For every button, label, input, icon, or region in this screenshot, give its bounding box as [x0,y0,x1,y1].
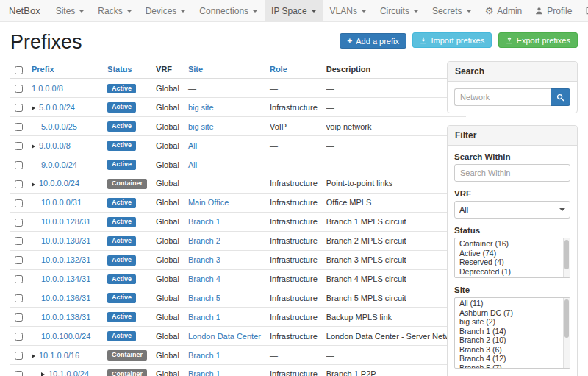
import-prefixes-button[interactable]: Import prefixes [412,32,492,48]
logout-link[interactable]: Log out [578,0,588,21]
expand-caret-icon[interactable] [41,372,45,376]
site-option[interactable]: Branch 3 (6) [455,345,570,355]
row-checkbox[interactable] [15,275,23,283]
expand-caret-icon[interactable] [32,144,35,149]
nav-circuits[interactable]: Circuits [373,0,426,21]
status-listbox[interactable]: Container (16)Active (74)Reserved (4)Dep… [454,238,570,278]
prefix-link[interactable]: 10.0.0.130/31 [41,236,90,245]
vrf-cell: Global [151,308,184,327]
prefix-link[interactable]: 10.0.0.132/31 [41,255,90,264]
nav-connections[interactable]: Connections [193,0,265,21]
scrollbar[interactable] [563,298,570,368]
sort-link-site[interactable]: Site [188,65,203,74]
nav-ip-space[interactable]: IP Space [265,0,323,21]
vrf-select[interactable]: All [454,201,570,219]
row-checkbox[interactable] [15,104,23,112]
site-link[interactable]: Branch 4 [188,274,220,283]
scrollbar-thumb[interactable] [564,299,569,338]
site-option[interactable]: Branch 4 (12) [455,354,570,363]
site-link[interactable]: Main Office [188,198,229,207]
prefix-link[interactable]: 10.0.0.138/31 [41,313,90,322]
row-checkbox[interactable] [15,199,23,207]
site-link[interactable]: Branch 3 [188,255,220,264]
sort-link-status[interactable]: Status [107,65,132,74]
site-option[interactable]: big site (2) [455,317,570,327]
search-button[interactable] [551,88,570,106]
search-input[interactable] [454,88,551,106]
status-option[interactable]: Container (16) [455,239,570,249]
row-checkbox[interactable] [15,85,23,93]
nav-devices[interactable]: Devices [139,0,193,21]
expand-caret-icon[interactable] [32,182,35,187]
prefix-link[interactable]: 10.0.0.136/31 [41,294,90,302]
prefix-link[interactable]: 10.1.0.0/24 [49,369,89,376]
site-option[interactable]: Ashburn DC (7) [455,308,570,318]
nav-secrets[interactable]: Secrets [426,0,478,21]
export-prefixes-button[interactable]: Export prefixes [498,32,578,48]
prefix-link[interactable]: 1.0.0.0/8 [32,84,63,93]
site-listbox[interactable]: All (11)Ashburn DC (7)big site (2)Branch… [454,297,570,369]
row-checkbox[interactable] [15,180,23,188]
status-cell: Active [103,212,151,231]
row-checkbox[interactable] [15,313,23,322]
sort-link-prefix[interactable]: Prefix [32,65,54,74]
site-link[interactable]: Branch 2 [188,236,220,245]
sort-link-role[interactable]: Role [270,65,287,74]
row-checkbox[interactable] [15,352,23,360]
prefix-link[interactable]: 5.0.0.0/24 [39,103,75,112]
app-logo[interactable]: NetBox [6,0,49,21]
row-checkbox[interactable] [15,161,23,169]
expand-caret-icon[interactable] [32,106,35,110]
site-link[interactable]: Branch 1 [188,217,220,226]
vrf-cell: Global [151,231,184,250]
site-option[interactable]: Branch 2 (10) [455,336,570,345]
description-cell: Branch 3 MPLS circuit [322,250,467,269]
site-link[interactable]: London Data Center [188,332,261,341]
site-option[interactable]: Branch 5 (7) [455,363,570,369]
admin-link[interactable]: ⚙ Admin [478,0,529,21]
profile-link[interactable]: Profile [528,0,578,21]
site-link[interactable]: big site [188,122,214,131]
search-within-input[interactable] [454,164,570,182]
status-option[interactable]: Reserved (4) [455,258,570,267]
row-checkbox[interactable] [15,219,23,227]
row-checkbox[interactable] [15,237,23,245]
site-option[interactable]: Branch 1 (14) [455,327,570,336]
row-checkbox[interactable] [15,256,23,264]
prefix-link[interactable]: 10.1.0.0/16 [39,351,79,360]
prefix-link[interactable]: 10.0.0.134/31 [41,274,90,283]
prefix-link[interactable]: 9.0.0.0/8 [39,141,71,150]
nav-racks[interactable]: Racks [91,0,138,21]
prefix-link[interactable]: 10.0.0.128/31 [41,217,90,226]
prefix-link[interactable]: 10.0.100.0/24 [41,332,90,341]
site-link[interactable]: big site [188,103,214,112]
checkbox-cell [10,98,27,117]
row-checkbox[interactable] [15,333,23,341]
site-link[interactable]: Branch 5 [188,294,220,302]
status-option[interactable]: Deprecated (1) [455,267,570,277]
row-checkbox[interactable] [15,294,23,302]
row-checkbox[interactable] [15,123,23,131]
site-link[interactable]: Branch 1 [188,351,220,360]
row-checkbox[interactable] [15,142,23,150]
site-option[interactable]: All (11) [455,299,570,308]
status-option[interactable]: Active (74) [455,249,570,258]
nav-vlans[interactable]: VLANs [323,0,373,21]
site-link[interactable]: Branch 1 [188,313,220,322]
prefix-link[interactable]: 9.0.0.0/24 [41,160,77,169]
site-link[interactable]: All [188,141,197,150]
site-cell: big site [184,117,265,136]
scrollbar-thumb[interactable] [564,240,569,269]
site-link[interactable]: Branch 1 [188,369,220,376]
nav-sites[interactable]: Sites [49,0,92,21]
prefix-link[interactable]: 10.0.0.0/31 [41,198,82,207]
vrf-select-value: All [459,205,468,214]
site-link[interactable]: All [188,160,197,169]
prefix-link[interactable]: 10.0.0.0/24 [39,179,79,188]
expand-caret-icon[interactable] [32,354,35,358]
row-checkbox[interactable] [15,371,23,376]
prefix-link[interactable]: 5.0.0.0/25 [41,122,77,131]
scrollbar[interactable] [563,238,570,277]
select-all-checkbox[interactable] [15,66,23,74]
add-prefix-button[interactable]: + Add a prefix [340,33,406,49]
